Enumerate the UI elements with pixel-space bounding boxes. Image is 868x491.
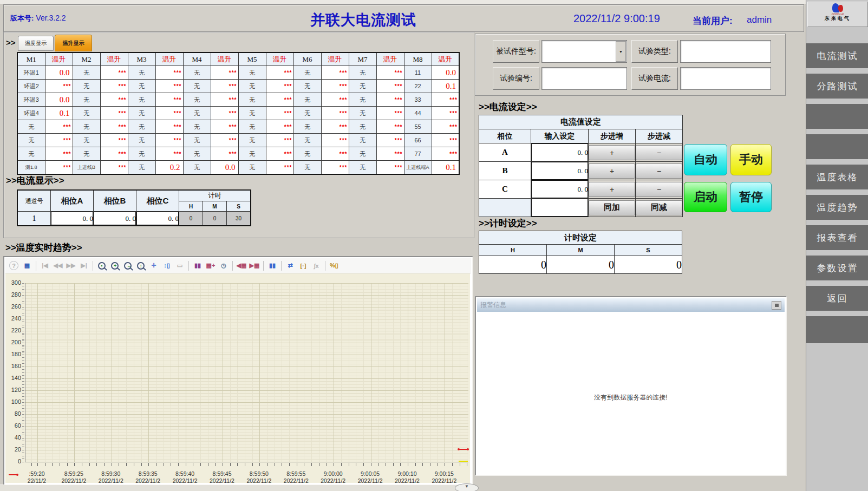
sensor-name-cell: 77 xyxy=(404,147,432,161)
sensor-name-cell: 无 xyxy=(293,80,321,93)
zoom-horizontal-icon[interactable]: ↔ xyxy=(122,260,134,271)
scroll-chart-left-icon[interactable]: ◀▦ xyxy=(236,260,247,271)
x-tick-time: 8:59:35 xyxy=(129,470,167,477)
sensor-name-cell: 无 xyxy=(183,80,211,93)
add-chart-icon[interactable]: ▦+ xyxy=(205,260,217,271)
device-model-combobox[interactable]: ▼ xyxy=(541,40,627,63)
help-icon[interactable]: ? xyxy=(9,261,18,270)
y-axis-tick-label: 240 xyxy=(6,315,21,322)
pause-trend-icon[interactable]: ▮▮ xyxy=(266,260,278,271)
trend-chart-panel: ?▦|◀◀◀▶▶▶|▪+↔↕✛↕▯▭▮▮▦+◷◀▦▶▦▮▮⇄[·]∫x%▯ 30… xyxy=(3,256,473,486)
scroll-chart-right-icon[interactable]: ▶▦ xyxy=(249,260,260,271)
function-icon[interactable]: ∫x xyxy=(310,260,322,271)
data-archive-icon[interactable]: ▮▮ xyxy=(192,260,204,271)
sensor-name-cell: 无 xyxy=(293,134,321,147)
timer-seconds-input[interactable]: 0 xyxy=(615,256,682,274)
rise-value-cell: *** xyxy=(155,66,183,80)
pan-icon[interactable]: ✛ xyxy=(148,260,160,271)
export-table-icon[interactable]: ▦ xyxy=(21,260,33,271)
test-number-input[interactable] xyxy=(541,67,627,90)
auto-button[interactable]: 自动 xyxy=(684,144,727,175)
sidebar-item-back[interactable]: 返回 xyxy=(806,286,868,311)
manual-button[interactable]: 手动 xyxy=(730,144,772,175)
tab-temperature-display[interactable]: 温度显示 xyxy=(18,36,54,51)
sidebar-item-param-settings[interactable]: 参数设置 xyxy=(806,256,868,280)
rise-value-cell: *** xyxy=(432,134,459,147)
percent-scale-icon[interactable]: %▯ xyxy=(328,260,340,271)
temp-table-row: 环温2***无***无***无***无***无***无***220.1 xyxy=(17,80,459,93)
y-axis-tick-label: 60 xyxy=(6,422,21,429)
sidebar-item-branch-test[interactable]: 分路测试 xyxy=(806,74,868,99)
phase-c-set-input[interactable]: 0. 0 xyxy=(531,180,589,199)
phase-c-step-dec-button[interactable]: − xyxy=(636,182,682,197)
rise-value-cell: *** xyxy=(376,161,404,175)
all-inc-button[interactable]: 同加 xyxy=(589,200,635,215)
sidebar-item-blank-1 xyxy=(806,104,868,129)
sensor-name-cell: 无 xyxy=(183,66,211,80)
rise-value-cell: *** xyxy=(100,107,128,120)
zoom-vertical-icon[interactable]: ↕ xyxy=(135,260,147,271)
phase-a-step-inc-button[interactable]: + xyxy=(589,145,635,160)
phase-a-set-input[interactable]: 0. 0 xyxy=(531,143,589,162)
x-axis-tick-label: 8:59:552022/11/2 xyxy=(277,470,315,483)
chevron-down-icon[interactable]: ▼ xyxy=(616,41,626,62)
device-model-label: 被试件型号: xyxy=(493,40,539,63)
zoom-box-icon[interactable]: ▪ xyxy=(96,260,108,271)
x-tick-date: 2022/11/2 xyxy=(129,477,167,483)
go-first-icon[interactable]: |◀ xyxy=(39,260,51,271)
tab-label: 温升显示 xyxy=(63,40,84,47)
module-header: M8 xyxy=(404,53,432,66)
timer-table-title: 计时设定 xyxy=(479,231,682,245)
phase-all-set-input[interactable] xyxy=(531,199,589,217)
minutes-header: M xyxy=(203,201,227,212)
sensor-name-cell: 66 xyxy=(404,134,432,147)
axis-scale-icon[interactable]: ↕▯ xyxy=(161,260,173,271)
phase-b-step-inc-button[interactable]: + xyxy=(589,163,635,179)
rise-value-cell: *** xyxy=(211,120,238,134)
app-window: 版本号:Ver.3.2.2 并联大电流测试 2022/11/2 9:00:19 … xyxy=(0,0,868,491)
version-info: 版本号:Ver.3.2.2 xyxy=(10,14,66,23)
timer-minutes-input[interactable]: 0 xyxy=(547,256,615,274)
collapse-chart-button[interactable]: ▼ xyxy=(455,483,479,491)
rise-value-cell: 0.0 xyxy=(45,93,73,107)
sensor-name-cell: 无 xyxy=(73,66,100,80)
sensor-name-cell: 无 xyxy=(293,107,321,120)
sidebar-item-current-test[interactable]: 电流测试 xyxy=(806,43,868,68)
all-dec-button[interactable]: 同减 xyxy=(636,200,682,215)
sensor-name-cell: 环温3 xyxy=(17,93,45,107)
phase-c-step-inc-button[interactable]: + xyxy=(589,182,635,197)
x-tick-time: 9:00:05 xyxy=(351,470,389,477)
sidebar-item-temp-table[interactable]: 温度表格 xyxy=(806,165,868,189)
alarm-close-button[interactable] xyxy=(772,301,781,310)
cursor-values-icon[interactable]: [·] xyxy=(297,260,309,271)
fast-forward-icon[interactable]: ▶▶ xyxy=(65,260,77,271)
plot-area[interactable] xyxy=(25,283,468,462)
module-header: M6 xyxy=(293,53,321,66)
test-type-input[interactable] xyxy=(680,40,771,63)
start-button[interactable]: 启动 xyxy=(684,182,727,212)
current-display-table: 通道号 相位A 相位B 相位C 计时 H M S 1 0. 0 0. 0 0. … xyxy=(17,189,251,226)
timer-setting-title: >>计时设定>> xyxy=(479,217,537,230)
zoom-in-icon[interactable]: + xyxy=(109,260,121,271)
time-span-icon[interactable]: ◷ xyxy=(218,260,230,271)
rise-value-cell: *** xyxy=(211,80,238,93)
fast-back-icon[interactable]: ◀◀ xyxy=(52,260,64,271)
phase-a-step-dec-button[interactable]: − xyxy=(636,145,682,160)
legend-box-icon[interactable]: ▭ xyxy=(174,260,186,271)
timer-hours-input[interactable]: 0 xyxy=(479,256,547,274)
x-tick-time: :59:20 xyxy=(18,470,56,477)
go-last-icon[interactable]: ▶| xyxy=(78,260,90,271)
sensor-name-cell: 无 xyxy=(293,120,321,134)
swap-axes-icon[interactable]: ⇄ xyxy=(284,260,296,271)
tab-temperature-rise-display[interactable]: 温升显示 xyxy=(55,35,92,51)
test-current-input[interactable] xyxy=(680,67,771,90)
pause-button[interactable]: 暂停 xyxy=(730,182,772,212)
rise-value-cell: 0.2 xyxy=(155,161,183,175)
phase-b-set-input[interactable]: 0. 0 xyxy=(531,162,589,180)
x-axis-tick-label: 9:00:002022/11/2 xyxy=(314,470,352,483)
phase-b-step-dec-button[interactable]: − xyxy=(636,163,682,179)
y-axis-tick-label: 40 xyxy=(6,434,21,441)
x-axis-ticks xyxy=(25,463,468,466)
sidebar-item-report-view[interactable]: 报表查看 xyxy=(806,225,868,250)
sidebar-item-temp-trend[interactable]: 温度趋势 xyxy=(806,195,868,220)
